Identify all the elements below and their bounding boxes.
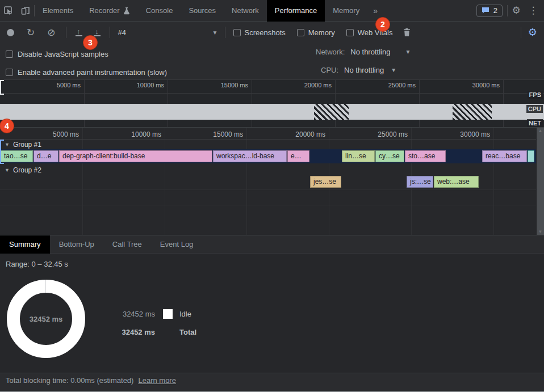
cpu-activity-band (0, 104, 544, 120)
group-header-1[interactable]: ▼Group #1 (5, 140, 41, 150)
checkbox[interactable] (297, 29, 304, 36)
legend-value: 32452 ms (119, 328, 155, 336)
flame-scrollbar[interactable]: ▲ ▼ (536, 128, 544, 235)
toolbar-check-memory[interactable]: Memory (297, 28, 335, 37)
flame-event-bar[interactable]: d…e (34, 150, 58, 162)
more-tabs-button[interactable]: » (367, 6, 383, 15)
annotation-badge-2[interactable]: 2 (375, 17, 390, 32)
legend-swatch (163, 309, 173, 319)
device-toolbar-icon[interactable] (17, 3, 34, 19)
disable-js-samples-checkbox[interactable] (6, 50, 13, 58)
details-tab-call-tree[interactable]: Call Tree (103, 235, 151, 254)
flask-icon (123, 7, 130, 15)
flame-event-bar[interactable]: dep-graph-client:build-base (59, 150, 212, 162)
flame-event-bar[interactable]: web:…ase (434, 176, 479, 188)
reload-and-record-icon[interactable]: ↻ (27, 28, 35, 37)
flame-tick-label: 10000 ms (131, 130, 161, 138)
tab-label: Sources (189, 0, 216, 22)
tab-network[interactable]: Network (224, 0, 267, 22)
history-dropdown[interactable]: #4 ▼ (115, 26, 221, 39)
tab-elements[interactable]: Elements (35, 0, 81, 22)
flame-chart[interactable]: 5000 ms10000 ms15000 ms20000 ms25000 ms3… (0, 128, 544, 235)
details-tab-summary[interactable]: Summary (0, 235, 50, 254)
flame-event-bar[interactable]: jes…se (310, 176, 341, 188)
learn-more-link[interactable]: Learn more (138, 376, 175, 385)
flame-event-bar[interactable]: lin…se (342, 150, 375, 162)
devtools-window: ElementsRecorderConsoleSourcesNetworkPer… (0, 0, 544, 392)
annotation-badge-3[interactable]: 3 (83, 35, 98, 50)
flame-event-bar[interactable]: reac…base (482, 150, 527, 162)
load-profile-icon[interactable]: ↑ (74, 28, 83, 36)
checkbox[interactable] (233, 29, 241, 36)
range-label: Range: 0 – 32.45 s (6, 260, 68, 268)
capture-settings-gear-icon[interactable]: ⚙ (528, 27, 537, 37)
clear-recording-icon[interactable]: ⊘ (47, 28, 55, 37)
tab-performance[interactable]: Performance (267, 0, 325, 22)
paint-instrumentation-row: Enable advanced paint instrumentation (s… (6, 68, 167, 77)
overview-grip-stub (0, 94, 4, 95)
flame-tick-label: 30000 ms (460, 130, 490, 138)
flame-tick-label: 15000 ms (213, 130, 243, 138)
tab-label: Performance (275, 0, 317, 22)
devtools-tabbar: ElementsRecorderConsoleSourcesNetworkPer… (0, 0, 544, 22)
legend-row: 32452 msTotal (119, 323, 196, 341)
scroll-up-icon[interactable]: ▲ (538, 129, 543, 133)
network-throttling-label: Network: (316, 48, 345, 56)
ruler-line (0, 93, 544, 94)
timeline-overview[interactable]: 5000 ms10000 ms15000 ms20000 ms25000 ms3… (0, 79, 544, 128)
issues-count: 2 (493, 6, 497, 15)
kebab-menu-icon[interactable]: ⋮ (525, 3, 542, 19)
row-separator (0, 189, 536, 190)
status-bar: Total blocking time: 0.00ms (estimated) … (0, 373, 544, 387)
tab-recorder[interactable]: Recorder (81, 0, 137, 22)
record-button[interactable] (7, 29, 14, 36)
gridline (82, 128, 83, 235)
flame-event-bar[interactable]: js:…se (407, 176, 433, 188)
cpu-throttling-control[interactable]: CPU: No throttling ▼ (321, 66, 396, 74)
track-focus-bracket (0, 140, 4, 141)
paint-instrumentation-checkbox[interactable] (6, 69, 13, 76)
triangle-down-icon: ▼ (5, 167, 10, 173)
cpu-throttling-value: No throttling (344, 66, 384, 74)
overview-tick-label: 20000 ms (304, 82, 332, 88)
flame-event-bar[interactable]: e… (287, 150, 309, 162)
chevron-down-icon: ▼ (405, 49, 411, 55)
network-throttling-control[interactable]: Network: No throttling ▼ (316, 48, 411, 56)
save-profile-icon[interactable]: ↓ (93, 28, 102, 36)
toolbar-check-screenshots[interactable]: Screenshots (233, 28, 286, 37)
flame-event-bar[interactable]: sto…ase (405, 150, 446, 162)
capture-settings-pane: Disable JavaScript samples Enable advanc… (0, 43, 544, 79)
overview-tick-label: 25000 ms (388, 82, 416, 88)
flame-event-bar[interactable]: workspac…ld-base (213, 150, 287, 162)
trash-icon[interactable] (403, 28, 411, 37)
gridline (165, 128, 165, 235)
legend-row: 32452 msIdle (119, 305, 196, 323)
checkbox-label: Memory (308, 28, 335, 37)
inspect-element-icon[interactable] (0, 3, 17, 19)
tab-label: Memory (333, 0, 359, 22)
tab-sources[interactable]: Sources (181, 0, 224, 22)
flame-event-bar[interactable]: tao…se (1, 150, 33, 162)
legend-label: Total (179, 328, 196, 336)
issues-counter[interactable]: 2 (476, 5, 503, 17)
checkbox-label: Screenshots (245, 28, 286, 37)
tab-memory[interactable]: Memory (325, 0, 367, 22)
overview-left-grip[interactable] (0, 80, 1, 95)
tab-console[interactable]: Console (138, 0, 181, 22)
scroll-down-icon[interactable]: ▼ (538, 230, 543, 234)
annotation-badge-4[interactable]: 4 (0, 119, 14, 133)
group-header-2[interactable]: ▼Group #2 (5, 165, 41, 175)
divider (225, 27, 225, 38)
checkbox[interactable] (346, 29, 354, 36)
cpu-idle-hatch (453, 104, 492, 120)
message-bubble-icon (482, 7, 490, 14)
details-tab-event-log[interactable]: Event Log (151, 235, 203, 254)
donut-total-label: 32452 ms (7, 280, 85, 358)
flame-event-bar[interactable] (528, 150, 534, 162)
details-tab-bottom-up[interactable]: Bottom-Up (50, 235, 103, 254)
summary-legend: 32452 msIdle32452 msTotal (119, 305, 196, 341)
flame-event-bar[interactable]: cy…se (375, 150, 404, 162)
lane-label-cpu: CPU (526, 105, 543, 113)
tab-label: Elements (43, 0, 73, 22)
settings-gear-icon[interactable]: ⚙ (508, 3, 525, 19)
